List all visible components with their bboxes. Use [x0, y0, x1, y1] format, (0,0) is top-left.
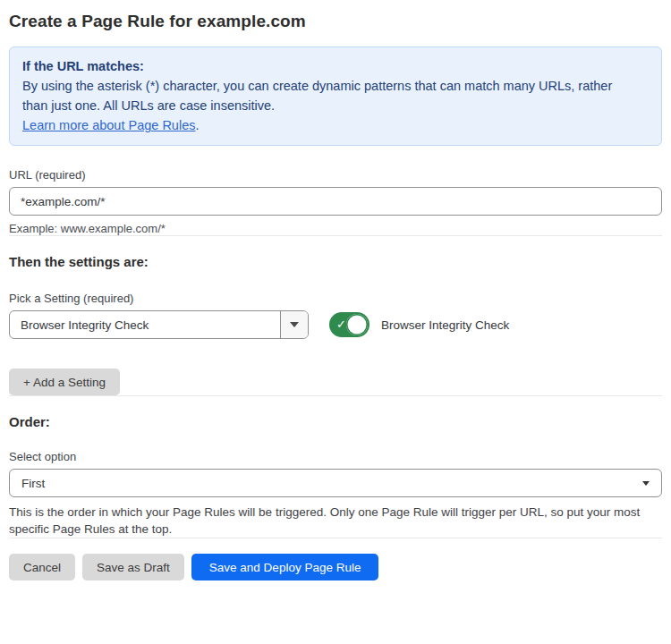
url-helper: Example: www.example.com/* [9, 222, 662, 235]
order-select[interactable]: First [9, 469, 662, 497]
create-page-rule-form: Create a Page Rule for example.com If th… [0, 0, 671, 580]
info-box-link-line: Learn more about Page Rules. [22, 115, 649, 135]
toggle-label: Browser Integrity Check [381, 318, 509, 332]
setting-select[interactable]: Browser Integrity Check [9, 310, 309, 339]
link-suffix: . [195, 118, 199, 132]
browser-integrity-toggle[interactable]: ✓ [329, 312, 369, 337]
chevron-down-icon [290, 322, 299, 327]
pick-setting-label: Pick a Setting (required) [9, 292, 662, 305]
setting-select-value: Browser Integrity Check [10, 311, 280, 338]
cancel-button[interactable]: Cancel [9, 554, 75, 580]
learn-more-link[interactable]: Learn more about Page Rules [22, 118, 195, 132]
divider [9, 395, 662, 396]
divider [9, 538, 662, 538]
footer-actions: Cancel Save as Draft Save and Deploy Pag… [9, 554, 662, 580]
info-box-body: By using the asterisk (*) character, you… [22, 76, 624, 115]
order-select-label: Select option [9, 450, 662, 463]
order-section-heading: Order: [9, 414, 662, 429]
settings-section-heading: Then the settings are: [9, 254, 662, 269]
order-helper: This is the order in which your Page Rul… [9, 504, 662, 538]
save-draft-button[interactable]: Save as Draft [82, 554, 184, 580]
info-box-heading: If the URL matches: [22, 56, 649, 76]
setting-row: Browser Integrity Check ✓ Browser Integr… [9, 310, 662, 339]
order-select-value: First [21, 477, 45, 490]
add-setting-button[interactable]: + Add a Setting [9, 369, 120, 395]
check-icon: ✓ [336, 318, 346, 330]
save-deploy-button[interactable]: Save and Deploy Page Rule [191, 554, 379, 580]
chevron-down-icon [642, 481, 650, 486]
url-label: URL (required) [9, 168, 662, 182]
page-title: Create a Page Rule for example.com [9, 12, 662, 31]
url-match-info-box: If the URL matches: By using the asteris… [9, 47, 662, 146]
divider [9, 235, 662, 236]
setting-select-arrow-button[interactable] [280, 311, 308, 338]
url-input[interactable] [9, 187, 662, 216]
toggle-knob [346, 314, 368, 335]
